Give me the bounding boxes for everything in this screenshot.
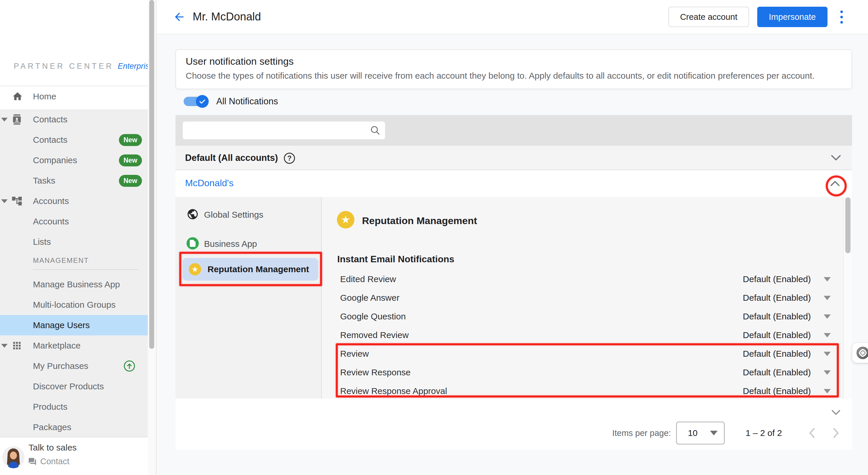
contact-link[interactable]: Contact xyxy=(28,457,69,466)
sidebar-item-label: Home xyxy=(33,92,56,101)
sidebar-item-companies[interactable]: Companies New xyxy=(0,150,148,170)
sidebar-item-products[interactable]: Products xyxy=(0,397,148,417)
sales-rep-avatar xyxy=(2,446,25,468)
default-all-accounts-row[interactable]: Default (All accounts) ? xyxy=(176,146,852,170)
notification-row-edited-review: Edited Review Default (Enabled) xyxy=(340,270,831,288)
settings-nav-global[interactable]: Global Settings xyxy=(176,202,322,226)
upgrade-arrow-icon xyxy=(123,360,135,372)
dropdown-arrow-icon[interactable] xyxy=(824,314,831,319)
dropdown-arrow-icon[interactable] xyxy=(824,333,831,338)
dropdown-arrow-icon[interactable] xyxy=(824,277,831,282)
globe-icon xyxy=(187,208,199,220)
chevron-down-icon[interactable] xyxy=(830,154,841,162)
items-per-page-label: Items per page: xyxy=(612,429,671,438)
panel-scrollbar-thumb[interactable] xyxy=(845,197,850,253)
pagination-range: 1 – 2 of 2 xyxy=(746,428,782,438)
create-account-button[interactable]: Create account xyxy=(668,7,749,27)
sidebar-item-tasks[interactable]: Tasks New xyxy=(0,170,148,191)
sidebar-item-my-purchases[interactable]: My Purchases xyxy=(0,356,148,376)
brand: PARTNER CENTEREnterprise xyxy=(14,62,154,71)
sidebar-item-marketplace-group[interactable]: Marketplace xyxy=(0,336,148,356)
account-search-band xyxy=(176,115,852,146)
search-input[interactable] xyxy=(189,122,364,138)
sidebar-item-label: Products xyxy=(33,402,67,412)
notification-value-dropdown[interactable]: Default (Enabled) xyxy=(743,274,811,284)
previous-page-button[interactable] xyxy=(808,427,816,439)
back-button[interactable] xyxy=(170,8,188,26)
chevron-down-icon[interactable] xyxy=(1,344,7,348)
sidebar-scrollbar-thumb[interactable] xyxy=(149,0,154,349)
chevron-down-icon[interactable] xyxy=(1,199,7,203)
all-notifications-row: All Notifications xyxy=(184,94,278,109)
header-actions: Create account Impersonate xyxy=(668,7,847,27)
sidebar-scrollbar[interactable] xyxy=(148,0,157,475)
chat-icon xyxy=(28,457,37,466)
sidebar-footer: Talk to sales Contact xyxy=(0,437,148,475)
sidebar-item-accounts-group[interactable]: Accounts xyxy=(0,191,148,211)
sidebar-item-label: Marketplace xyxy=(33,341,81,351)
new-badge: New xyxy=(119,154,142,166)
more-options-kebab-icon[interactable] xyxy=(836,7,847,27)
new-badge: New xyxy=(119,134,142,146)
notification-label: Google Answer xyxy=(340,293,399,303)
pagination: Items per page: 10 1 – 2 of 2 xyxy=(612,421,840,445)
page-header: Mr. McDonald Create account Impersonate xyxy=(157,0,868,34)
impersonate-button[interactable]: Impersonate xyxy=(757,7,828,27)
sidebar-item-discover-products[interactable]: Discover Products xyxy=(0,376,148,397)
accounts-tree-icon xyxy=(11,195,23,207)
chevron-down-icon[interactable] xyxy=(831,409,841,416)
next-page-button[interactable] xyxy=(832,427,840,439)
brand-name: PARTNER CENTER xyxy=(14,62,114,70)
business-app-icon xyxy=(187,237,199,249)
panel-scrollbar[interactable] xyxy=(843,197,852,399)
sidebar-item-label: Packages xyxy=(33,422,71,432)
sidebar-item-contacts[interactable]: Contacts New xyxy=(0,130,148,150)
chat-widget-button[interactable] xyxy=(852,343,868,363)
brand-block: PARTNER CENTEREnterprise xyxy=(0,0,148,86)
settings-nav-panel: Global Settings Business App ★ Reputatio… xyxy=(176,197,322,399)
home-icon xyxy=(11,90,24,102)
widget-logo-icon xyxy=(856,346,868,360)
notification-label: Removed Review xyxy=(340,330,409,340)
sidebar-nav: Contacts Contacts New Companies New Task… xyxy=(0,109,148,437)
sidebar-item-manage-users[interactable]: Manage Users xyxy=(0,315,148,336)
search-box xyxy=(183,122,385,139)
sidebar-item-manage-business-app[interactable]: Manage Business App xyxy=(0,274,148,295)
account-row-mcdonalds[interactable]: McDonald's xyxy=(176,170,852,197)
sidebar-item-label: Manage Users xyxy=(33,320,90,330)
sidebar: PARTNER CENTEREnterprise Home Contacts C… xyxy=(0,0,148,475)
search-icon[interactable] xyxy=(369,124,381,136)
all-notifications-toggle[interactable] xyxy=(184,97,206,106)
sidebar-item-accounts[interactable]: Accounts xyxy=(0,211,148,232)
notification-value-dropdown[interactable]: Default (Enabled) xyxy=(743,330,811,340)
page-title: Mr. McDonald xyxy=(193,10,261,23)
sidebar-item-packages[interactable]: Packages xyxy=(0,417,148,437)
star-icon: ★ xyxy=(337,211,354,228)
section-title: Instant Email Notifications xyxy=(337,254,455,264)
sidebar-item-label: Contacts xyxy=(33,115,67,124)
account-name-link[interactable]: McDonald's xyxy=(185,178,234,189)
sidebar-item-lists[interactable]: Lists xyxy=(0,232,148,252)
sidebar-item-home[interactable]: Home xyxy=(0,86,148,107)
card-title: User notification settings xyxy=(186,56,293,67)
sidebar-item-label: Tasks xyxy=(33,176,55,186)
settings-nav-business-app[interactable]: Business App xyxy=(176,231,322,255)
notification-row-removed-review: Removed Review Default (Enabled) xyxy=(340,326,831,344)
sidebar-item-contacts-group[interactable]: Contacts xyxy=(0,109,148,130)
sidebar-item-label: Manage Business App xyxy=(33,280,120,289)
chevron-down-icon[interactable] xyxy=(1,118,7,122)
partner-center-app: PARTNER CENTEREnterprise Home Contacts C… xyxy=(0,0,868,475)
sidebar-item-label: My Purchases xyxy=(33,361,88,371)
help-icon[interactable]: ? xyxy=(284,153,295,164)
notification-label: Google Question xyxy=(340,312,406,321)
notification-value-dropdown[interactable]: Default (Enabled) xyxy=(743,293,811,303)
dropdown-arrow-icon[interactable] xyxy=(824,296,831,300)
notification-value-dropdown[interactable]: Default (Enabled) xyxy=(743,312,811,321)
sidebar-item-multi-location-groups[interactable]: Multi-location Groups xyxy=(0,295,148,315)
sidebar-item-label: Multi-location Groups xyxy=(33,300,116,310)
toggle-knob-check-icon xyxy=(196,95,209,108)
sidebar-item-label: Companies xyxy=(33,155,77,165)
new-badge: New xyxy=(119,175,142,187)
sidebar-item-label: Lists xyxy=(33,237,51,247)
items-per-page-select[interactable]: 10 xyxy=(676,422,724,444)
